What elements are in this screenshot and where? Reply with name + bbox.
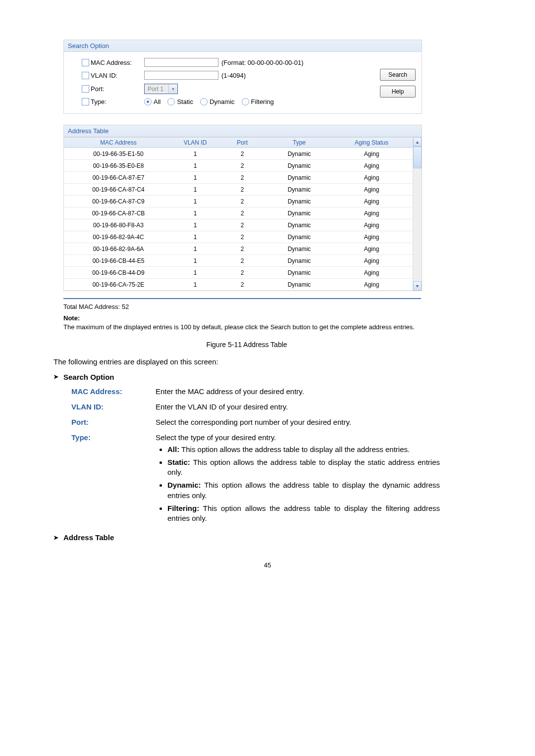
mac-input[interactable] xyxy=(144,58,218,67)
arrow-icon: ➤ xyxy=(54,534,58,541)
scroll-down-icon[interactable]: ▾ xyxy=(413,281,422,291)
def-type-term: Type: xyxy=(71,433,156,527)
mac-checkbox[interactable] xyxy=(82,59,89,66)
cell-port: 2 xyxy=(217,220,267,230)
cell-port: 2 xyxy=(217,173,267,183)
cell-mac: 00-19-66-82-9A-6A xyxy=(64,244,173,254)
cell-mac: 00-19-66-80-F8-A3 xyxy=(64,220,173,230)
table-row: 00-19-66-35-E1-5012DynamicAging xyxy=(64,148,422,160)
cell-vlan: 1 xyxy=(173,185,217,195)
search-option-panel: Search Option MAC Address: (Format: 00-0… xyxy=(63,40,422,114)
cell-port: 2 xyxy=(217,185,267,195)
cell-vlan: 1 xyxy=(173,244,217,254)
cell-type: Dynamic xyxy=(267,161,331,171)
type-opt-static: Static: This option allows the address t… xyxy=(167,457,470,478)
cell-aging: Aging xyxy=(331,244,412,254)
type-radio-filtering-label: Filtering xyxy=(251,98,274,105)
cell-mac: 00-19-66-35-E0-E8 xyxy=(64,161,173,171)
def-mac-term: MAC Address: xyxy=(71,387,156,396)
mac-hint: (Format: 00-00-00-00-00-01) xyxy=(221,59,303,66)
section-search-label: Search Option xyxy=(63,373,114,381)
cell-type: Dynamic xyxy=(267,220,331,230)
table-row: 00-19-66-CA-87-CB12DynamicAging xyxy=(64,207,422,219)
port-select[interactable]: Port 1 ▾ xyxy=(144,84,178,94)
def-port-term: Port: xyxy=(71,418,156,426)
intro-text: The following entries are displayed on t… xyxy=(54,357,470,366)
type-radio-static-label: Static xyxy=(177,98,193,105)
type-checkbox[interactable] xyxy=(82,98,89,105)
cell-vlan: 1 xyxy=(173,161,217,171)
type-radio-dynamic[interactable]: Dynamic xyxy=(200,98,235,105)
def-mac-desc: Enter the MAC address of your desired en… xyxy=(156,387,470,396)
section-search-option: ➤ Search Option xyxy=(54,373,470,381)
cell-aging: Aging xyxy=(331,256,412,266)
cell-mac: 00-19-66-CA-87-E7 xyxy=(64,173,173,183)
scroll-up-icon[interactable]: ▴ xyxy=(413,137,422,147)
cell-port: 2 xyxy=(217,256,267,266)
cell-mac: 00-19-66-CA-87-C9 xyxy=(64,197,173,206)
chevron-down-icon: ▾ xyxy=(168,85,177,93)
table-row: 00-19-66-CA-87-C412DynamicAging xyxy=(64,184,422,196)
table-scrollbar[interactable]: ▴ ▾ xyxy=(413,137,422,291)
cell-type: Dynamic xyxy=(267,244,331,254)
cell-port: 2 xyxy=(217,161,267,171)
table-row: 00-19-66-80-F8-A312DynamicAging xyxy=(64,219,422,231)
table-row: 00-19-66-CB-44-E512DynamicAging xyxy=(64,255,422,267)
vlan-hint: (1-4094) xyxy=(221,72,246,79)
type-radio-filtering[interactable]: Filtering xyxy=(242,98,274,105)
table-header-row: MAC Address VLAN ID Port Type Aging Stat… xyxy=(64,137,422,148)
cell-aging: Aging xyxy=(331,173,412,183)
col-port: Port xyxy=(217,138,267,148)
cell-aging: Aging xyxy=(331,161,412,171)
table-row: 00-19-66-82-9A-6A12DynamicAging xyxy=(64,243,422,255)
port-checkbox[interactable] xyxy=(82,85,89,93)
note-title: Note: xyxy=(63,314,470,322)
table-row: 00-19-66-CA-75-2E12DynamicAging xyxy=(64,279,422,291)
section-table-label: Address Table xyxy=(63,533,114,542)
cell-vlan: 1 xyxy=(173,220,217,230)
cell-port: 2 xyxy=(217,197,267,206)
cell-type: Dynamic xyxy=(267,256,331,266)
table-row: 00-19-66-CA-87-E712DynamicAging xyxy=(64,172,422,184)
cell-mac: 00-19-66-CA-75-2E xyxy=(64,280,173,290)
search-button[interactable]: Search xyxy=(380,69,416,81)
col-type: Type xyxy=(267,138,331,148)
def-port-desc: Select the corresponding port number of … xyxy=(156,418,470,426)
def-vlan-term: VLAN ID: xyxy=(71,403,156,411)
cell-aging: Aging xyxy=(331,232,412,242)
cell-vlan: 1 xyxy=(173,268,217,278)
address-table-panel: Address Table MAC Address VLAN ID Port T… xyxy=(63,125,422,291)
cell-mac: 00-19-66-CB-44-E5 xyxy=(64,256,173,266)
type-radio-all[interactable]: All xyxy=(144,98,160,105)
help-button[interactable]: Help xyxy=(380,86,416,98)
vlan-label: VLAN ID: xyxy=(91,72,144,79)
cell-vlan: 1 xyxy=(173,197,217,206)
type-radio-dynamic-label: Dynamic xyxy=(210,98,235,105)
def-vlan-desc: Enter the VLAN ID of your desired entry. xyxy=(156,403,470,411)
cell-port: 2 xyxy=(217,244,267,254)
type-radio-static[interactable]: Static xyxy=(167,98,193,105)
cell-mac: 00-19-66-CA-87-CB xyxy=(64,208,173,218)
port-select-value: Port 1 xyxy=(145,86,168,93)
cell-vlan: 1 xyxy=(173,149,217,159)
cell-aging: Aging xyxy=(331,197,412,206)
type-label: Type: xyxy=(91,98,144,105)
address-table-header: Address Table xyxy=(64,125,422,137)
cell-port: 2 xyxy=(217,208,267,218)
table-row: 00-19-66-CB-44-D912DynamicAging xyxy=(64,267,422,279)
vlan-checkbox[interactable] xyxy=(82,72,89,79)
col-mac: MAC Address xyxy=(64,138,173,148)
cell-aging: Aging xyxy=(331,280,412,290)
cell-type: Dynamic xyxy=(267,268,331,278)
cell-type: Dynamic xyxy=(267,149,331,159)
vlan-input[interactable] xyxy=(144,71,218,80)
cell-port: 2 xyxy=(217,232,267,242)
mac-label: MAC Address: xyxy=(91,59,144,66)
type-radio-all-label: All xyxy=(154,98,160,105)
divider xyxy=(63,298,421,299)
scroll-thumb[interactable] xyxy=(413,147,422,168)
cell-vlan: 1 xyxy=(173,280,217,290)
figure-caption: Figure 5-11 Address Table xyxy=(54,341,440,349)
cell-port: 2 xyxy=(217,149,267,159)
port-label: Port: xyxy=(91,85,144,93)
